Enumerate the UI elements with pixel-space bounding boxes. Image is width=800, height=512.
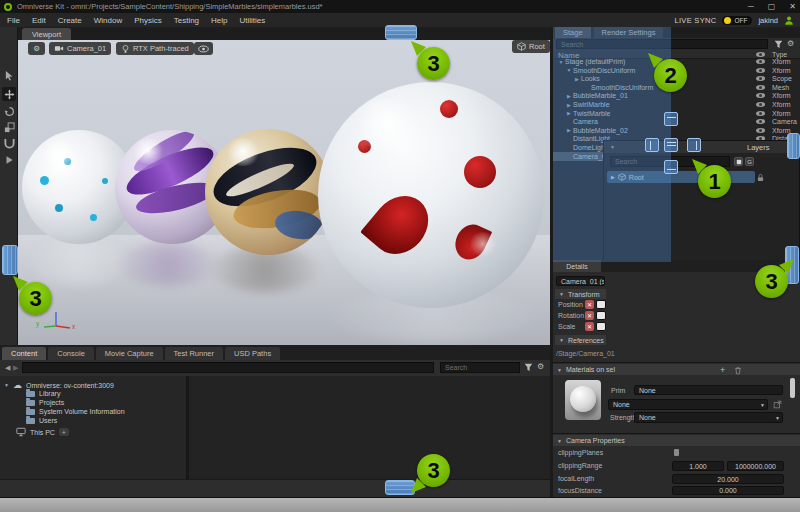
position-reset-button[interactable]: ✕ [585,300,594,309]
chevron-down-icon[interactable]: ▼ [760,402,765,408]
expand-icon[interactable]: ▶ [611,174,615,180]
move-tool-button[interactable] [2,87,16,101]
content-search-input[interactable] [440,362,520,373]
tab-usd-paths[interactable]: USD Paths [225,347,280,360]
tab-movie-capture[interactable]: Movie Capture [96,347,163,360]
scale-reset-button[interactable]: ✕ [585,322,594,331]
tree-item-system-volume-information[interactable]: System Volume Information [26,408,125,415]
layers-global-button[interactable]: G [745,157,754,166]
menu-testing[interactable]: Testing [174,16,199,25]
renderer-select-button[interactable]: RTX Path-traced [116,42,194,55]
tab-render-settings[interactable]: Render Settings [594,27,664,38]
dock-handle-bottom[interactable] [385,480,415,495]
menu-utilities[interactable]: Utilities [240,16,266,25]
snap-tool-button[interactable] [2,136,16,150]
content-file-area[interactable] [189,376,550,479]
collapse-icon[interactable]: ▼ [610,144,615,150]
trash-icon[interactable] [734,366,742,375]
dock-target-center[interactable] [664,138,678,152]
menu-edit[interactable]: Edit [32,16,46,25]
clipping-planes-list-icon[interactable] [674,449,679,456]
clipping-range-min-field[interactable]: 1.000 [672,461,724,471]
tab-stage[interactable]: Stage [555,27,591,38]
viewport-settings-button[interactable]: ⚙ [28,42,45,55]
material-binding-dropdown[interactable]: None [608,399,768,410]
menu-help[interactable]: Help [211,16,227,25]
rotation-reset-button[interactable]: ✕ [585,311,594,320]
scale-tool-button[interactable] [2,120,16,134]
filter-funnel-icon[interactable] [524,363,533,372]
forward-icon[interactable]: ▶ [13,364,18,372]
strength-dropdown[interactable]: None [634,412,783,423]
visibility-menu-button[interactable] [194,42,213,55]
visibility-eye-icon[interactable] [756,128,765,133]
minimize-button[interactable]: ─ [748,2,754,11]
rotate-tool-button[interactable] [2,104,16,118]
transform-section-header[interactable]: ▼Transform [555,289,606,299]
menu-physics[interactable]: Physics [134,16,162,25]
content-options-gear-icon[interactable]: ⚙ [537,362,544,371]
dock-handle-right-upper[interactable] [787,133,800,159]
layers-panel-header[interactable]: ▼ Layers [604,141,799,153]
tab-details[interactable]: Details [553,260,601,272]
external-link-icon[interactable] [773,400,782,409]
layers-panel[interactable]: ▼ Layers G ▶ Root [603,140,800,262]
user-icon[interactable] [784,15,794,26]
dock-handle-left[interactable] [2,245,18,275]
camera-properties-header[interactable]: ▼Camera Properties [553,435,800,446]
viewport-scene[interactable]: ⚙ Camera_01 RTX Path-traced Root y x [18,40,550,345]
references-section-header[interactable]: ▼References [555,335,606,345]
tree-item-users[interactable]: Users [26,417,57,424]
materials-scrollbar[interactable] [790,378,795,398]
camera-select-button[interactable]: Camera_01 [49,42,111,55]
stage-search-input[interactable] [556,39,768,49]
dock-target-bottom[interactable] [664,160,678,174]
focus-distance-field[interactable]: 0.000 [672,486,784,495]
play-button[interactable] [2,153,16,167]
position-value-field[interactable] [596,300,606,309]
prim-value-field[interactable]: None [634,385,783,395]
details-selection-dropdown[interactable]: Camera_01 (selected) [556,276,605,286]
close-button[interactable]: ✕ [789,2,796,11]
tab-test-runner[interactable]: Test Runner [165,347,223,360]
dock-handle-top[interactable] [385,25,417,40]
tree-item-this-pc[interactable]: This PC + [16,427,69,437]
layers-save-icon[interactable] [734,157,743,166]
clipping-range-max-field[interactable]: 1000000.000 [727,461,784,471]
maximize-button[interactable]: ▢ [768,2,776,11]
menu-create[interactable]: Create [58,16,82,25]
visibility-eye-icon[interactable] [756,93,765,98]
filter-funnel-icon[interactable] [774,40,783,49]
chevron-down-icon[interactable]: ▼ [775,415,780,421]
root-navigation-button[interactable]: Root [512,40,550,53]
scale-value-field[interactable] [596,322,606,331]
tree-item-library[interactable]: Library [26,390,60,397]
material-preview-sphere[interactable] [565,380,601,420]
dock-target-top[interactable] [664,112,678,126]
layers-root-item[interactable]: ▶ Root [607,171,755,183]
dock-target-left[interactable] [645,138,659,152]
visibility-eye-icon[interactable] [756,85,765,90]
tab-console[interactable]: Console [48,347,94,360]
menu-window[interactable]: Window [94,16,122,25]
rotation-value-field[interactable] [596,311,606,320]
add-material-button[interactable]: + [720,365,725,375]
lock-icon[interactable] [756,173,765,182]
visibility-eye-icon[interactable] [756,111,765,116]
dock-target-right[interactable] [687,138,701,152]
tree-item-omniverse-server[interactable]: ▼ ☁ Omniverse: ov-content:3009 [4,380,114,390]
content-path-input[interactable] [22,362,434,373]
visibility-eye-icon[interactable] [756,59,765,64]
stage-options-gear-icon[interactable]: ⚙ [787,39,794,48]
visibility-eye-icon[interactable] [756,119,765,124]
focal-length-field[interactable]: 20.000 [672,474,784,484]
tab-viewport[interactable]: Viewport [22,28,71,40]
back-icon[interactable]: ◀ [5,364,10,372]
select-tool-button[interactable] [2,68,16,82]
add-connection-button[interactable]: + [59,428,69,436]
visibility-eye-icon[interactable] [756,102,765,107]
tab-content[interactable]: Content [2,347,46,360]
menu-file[interactable]: File [7,16,20,25]
tree-item-projects[interactable]: Projects [26,399,64,406]
materials-section-header[interactable]: ▼Materials on sel [553,364,800,375]
